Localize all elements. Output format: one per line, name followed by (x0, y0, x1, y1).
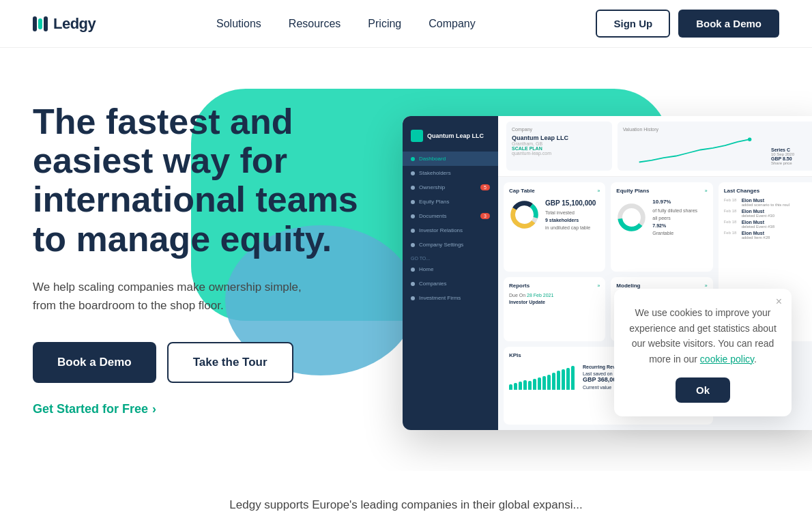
db-sidebar-ownership[interactable]: Ownership 5 (403, 180, 498, 195)
chevron-right-icon: › (152, 402, 156, 416)
kpi-bars (509, 366, 575, 390)
db-valuation-card: Valuation History Series C 10 Sep 2020 G… (618, 122, 812, 171)
hero-content: The fastest and easiest way for internat… (33, 102, 374, 416)
db-sidebar-dashboard[interactable]: Dashboard (403, 152, 498, 166)
cookie-popup: × We use cookies to improve your experie… (614, 289, 792, 416)
hero-section: The fastest and easiest way for internat… (0, 48, 812, 471)
db-equity-plans: Equity Plans » 10.97% of fully diluted s… (611, 182, 712, 272)
db-topbar: Company Quantum Leap LLC Grantham, GB SC… (498, 116, 812, 177)
db-cap-table: Cap Table » GBP 15,100,000 (504, 182, 605, 272)
hero-title: The fastest and easiest way for internat… (33, 102, 374, 259)
db-sidebar-home[interactable]: Home (403, 262, 498, 276)
bottom-text: Ledgy supports Europe's leading companie… (0, 471, 812, 514)
cookie-close-button[interactable]: × (776, 296, 782, 308)
get-started-text: Get Started for Free (33, 402, 148, 416)
db-sidebar: Quantum Leap LLC Dashboard Stakeholders … (403, 116, 498, 430)
cookie-policy-link[interactable]: cookie policy (700, 354, 754, 365)
cookie-ok-button[interactable]: Ok (676, 377, 730, 403)
signup-button[interactable]: Sign Up (596, 10, 670, 38)
take-tour-button[interactable]: Take the Tour (167, 342, 293, 383)
db-company-name: Quantum Leap LLC (427, 132, 484, 139)
book-demo-button[interactable]: Book a Demo (33, 342, 156, 383)
logo-text: Ledgy (53, 15, 96, 33)
logo-icon (33, 16, 48, 31)
bottom-paragraph: Ledgy supports Europe's leading companie… (33, 498, 779, 512)
db-sidebar-companies[interactable]: Companies (403, 276, 498, 291)
db-company-name-card: Quantum Leap LLC (512, 134, 607, 141)
db-sidebar-equity[interactable]: Equity Plans (403, 195, 498, 209)
nav-resources[interactable]: Resources (289, 18, 340, 30)
svg-point-0 (748, 138, 751, 141)
nav-pricing[interactable]: Pricing (368, 18, 401, 30)
db-sidebar-investment[interactable]: Investment Firms (403, 291, 498, 305)
navbar: Ledgy Solutions Resources Pricing Compan… (0, 0, 812, 48)
hero-buttons: Book a Demo Take the Tour (33, 342, 374, 383)
nav-links: Solutions Resources Pricing Company (216, 18, 476, 30)
db-sidebar-settings[interactable]: Company Settings (403, 238, 498, 252)
db-sidebar-stakeholders[interactable]: Stakeholders (403, 166, 498, 180)
get-started-link[interactable]: Get Started for Free › (33, 402, 374, 416)
db-reports: Reports » Due On 28 Feb 2021 Investor Up… (504, 277, 605, 341)
db-sidebar-investor[interactable]: Investor Relations (403, 223, 498, 238)
cookie-text: We use cookies to improve your experienc… (628, 305, 778, 367)
db-sidebar-documents[interactable]: Documents 3 (403, 209, 498, 223)
hero-subtitle: We help scaling companies make ownership… (33, 278, 306, 315)
logo[interactable]: Ledgy (33, 15, 96, 33)
nav-actions: Sign Up Book a Demo (596, 10, 779, 38)
db-company-card: Company Quantum Leap LLC Grantham, GB SC… (506, 122, 612, 171)
nav-demo-button[interactable]: Book a Demo (678, 10, 779, 38)
nav-solutions[interactable]: Solutions (216, 18, 261, 30)
nav-company[interactable]: Company (429, 18, 475, 30)
